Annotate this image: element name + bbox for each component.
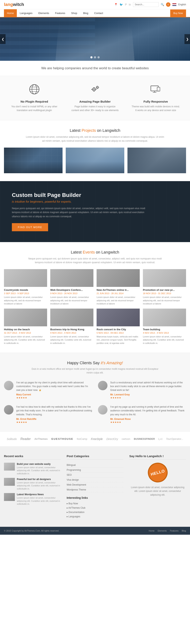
logo-cartoon[interactable]: cartoon xyxy=(122,438,130,440)
testimonial-name: Mr. Ernst Ratcliffe xyxy=(16,418,92,420)
cta-desc: Neque porro quisquam est, qui dolorem ip… xyxy=(12,206,150,218)
footer-nav: Home Elements Features Blog xyxy=(149,530,186,532)
category-item[interactable]: Bilingual xyxy=(67,463,124,468)
event-item[interactable]: Rock concert in the City 5 NOV 2013 - 09… xyxy=(97,308,140,345)
link-airthemes-club[interactable]: ▸ AirThemes Club xyxy=(67,506,124,510)
project-item-1[interactable] xyxy=(4,148,63,173)
feature-responsive: Fully Responsive Theme was build with mo… xyxy=(125,84,186,112)
logo-li[interactable]: L+I xyxy=(158,438,162,440)
logo-directory[interactable]: DirectOry xyxy=(106,438,118,440)
logo-businessfinder[interactable]: BUSINESSFINDER xyxy=(134,438,155,440)
logo-reader[interactable]: Reader xyxy=(20,437,31,441)
category-item[interactable]: Web Development xyxy=(67,482,124,487)
logo-prefix: lang xyxy=(4,2,13,7)
event-title: Holiday on the beach xyxy=(4,328,47,331)
event-date: 18 NOV 2013 - 31 DEC 2013 xyxy=(143,292,186,294)
testimonial-text: I've got my page up and running in prett… xyxy=(110,405,186,416)
link-buy-now[interactable]: ▸ Buy Now xyxy=(67,501,124,506)
cta-content: Custom built Page Builder is intuitive f… xyxy=(12,192,178,231)
category-item[interactable]: SEO xyxy=(67,472,124,478)
category-item[interactable]: Viva design xyxy=(67,478,124,482)
category-item[interactable]: Programming xyxy=(67,468,124,472)
logo-foocamp[interactable]: fooCamp xyxy=(77,438,87,440)
project-item-2[interactable] xyxy=(66,148,124,173)
hero-dot-2[interactable] xyxy=(94,56,96,58)
linkedin-icon[interactable]: in xyxy=(129,3,131,6)
nav-languages[interactable]: Languages xyxy=(17,9,35,17)
logo-airthemes[interactable]: AirThemes xyxy=(34,438,48,440)
feature-globe-title: No Plugin Required xyxy=(10,100,59,103)
hello-desc: Lorem ipsum dolor sit amet, consectetur … xyxy=(129,486,186,497)
category-item[interactable]: Wordpress Theme xyxy=(67,487,124,492)
testimonials-section: Happy Clients Say it's Amazing! Duis in … xyxy=(0,352,190,432)
event-item[interactable]: Countryside moods 3 SEP 2013 - 9 SEP 201… xyxy=(4,269,47,306)
logo-touroperator[interactable]: TourOperator... xyxy=(166,438,183,440)
nav-home[interactable]: Home xyxy=(4,9,17,17)
logo[interactable]: langwitch xyxy=(4,2,24,7)
footer-work-item[interactable]: Latest Wordpress News Lorem ipsum dolor … xyxy=(4,493,61,506)
nav-buy[interactable]: Buy Now xyxy=(170,10,186,17)
event-desc: Lorem ipsum dolor sit amet, consectetur … xyxy=(97,296,140,306)
footer-work-title: Build your own website easily xyxy=(17,463,61,466)
hero-dot-1[interactable] xyxy=(90,56,93,58)
svg-rect-11 xyxy=(91,89,92,90)
testimonial-text: Such a revolutionary and smart admin! Al… xyxy=(110,381,186,392)
nav-elements[interactable]: Elements xyxy=(35,9,52,17)
globe-icon xyxy=(10,84,59,97)
cta-button[interactable]: FIND OUT MORE xyxy=(12,223,48,231)
projects-desc: Lorem ipsum dolor sit amet, consectetur … xyxy=(26,135,164,143)
events-title: Latest Events on Langwitch xyxy=(4,250,186,254)
cta-title: Custom built Page Builder xyxy=(12,192,178,198)
link-documentation[interactable]: ▸ Documentation xyxy=(67,510,124,514)
lang-label[interactable]: English xyxy=(178,3,186,6)
nav-blog[interactable]: Blog xyxy=(80,9,91,17)
hero-dots xyxy=(90,56,100,58)
event-item[interactable]: Holiday on the beach 31 OCT 2013 - 4 NOV… xyxy=(4,308,47,345)
svg-rect-14 xyxy=(97,88,98,89)
link-languages[interactable]: ▸ Languages xyxy=(67,514,124,519)
events-section: Latest Events on Langwitch Neque porro q… xyxy=(0,242,190,352)
event-desc: Lorem ipsum dolor sit amet, consectetur … xyxy=(143,296,186,306)
footer-nav-features[interactable]: Features xyxy=(170,530,178,532)
event-item[interactable]: Web Developers Confere... 9 NOV 2013 - 2… xyxy=(50,269,93,306)
logo-solitudo[interactable]: Solitudo xyxy=(7,438,17,440)
event-item[interactable]: Team building 4 NOV 2013 - 4 NOV 2013 Lo… xyxy=(143,308,186,345)
cta-section: Custom built Page Builder is intuitive f… xyxy=(0,181,190,242)
features-section: No Plugin Required You don't need to ins… xyxy=(0,76,190,120)
hero-dot-3[interactable] xyxy=(98,56,100,58)
event-item[interactable]: Business trip to Hong Kong 9 NOV 2013 - … xyxy=(50,308,93,345)
stars: ★★★★★ xyxy=(110,396,186,399)
hero-arrow-right[interactable]: ❯ xyxy=(184,34,190,44)
projects-grid xyxy=(4,148,186,173)
avatar xyxy=(98,381,108,390)
cart-icon[interactable]: 0 xyxy=(166,2,170,7)
nav-features[interactable]: Features xyxy=(52,9,68,17)
footer-work-item[interactable]: Powerful tool for all designers Lorem ip… xyxy=(4,478,61,490)
feature-builder-title: Amazing Page Builder xyxy=(71,100,120,103)
main-nav: Home Languages Elements Features Shop Bl… xyxy=(0,9,190,17)
testimonial-item: I've got my page up and running in prett… xyxy=(98,405,186,424)
footer-work-item[interactable]: Build your own website easily Lorem ipsu… xyxy=(4,463,61,475)
nav-contact[interactable]: Contact xyxy=(91,9,106,17)
project-item-3[interactable] xyxy=(127,148,186,173)
logo-guesthouse[interactable]: GUESTHOUSE xyxy=(51,438,73,440)
hero-arrow-left[interactable]: ❮ xyxy=(0,34,6,44)
projects-section: Latest Projects on Langwitch Lorem ipsum… xyxy=(0,120,190,181)
event-item[interactable]: Promotion of our new pr... 18 NOV 2013 -… xyxy=(143,269,186,306)
footer-bottom: © 2015 Copyright by AirThemes.Com. All r… xyxy=(0,527,190,535)
svg-point-6 xyxy=(93,89,94,90)
search-icon[interactable]: 🔍 xyxy=(161,3,164,6)
twitter-icon[interactable]: 🐦 xyxy=(120,3,123,6)
footer-nav-home[interactable]: Home xyxy=(149,530,154,532)
search-input[interactable] xyxy=(133,2,159,7)
nav-shop[interactable]: Shop xyxy=(68,9,80,17)
footer-nav-blog[interactable]: Blog xyxy=(182,530,186,532)
pinterest-icon[interactable]: P xyxy=(125,3,127,6)
testimonials-subtitle: Duis in ut wisi molliunt office est temp… xyxy=(31,367,159,375)
logo-freestyle[interactable]: FreeStyle xyxy=(91,438,103,440)
event-title: Promotion of our new pr... xyxy=(143,288,186,292)
interesting-links: Interesting links ▸ Buy Now ▸ AirThemes … xyxy=(67,496,124,519)
event-title: New AirThemes online tr... xyxy=(97,288,140,292)
footer-nav-elements[interactable]: Elements xyxy=(158,530,167,532)
event-item[interactable]: New AirThemes online tr... 21 JUN 2013 -… xyxy=(97,269,140,306)
